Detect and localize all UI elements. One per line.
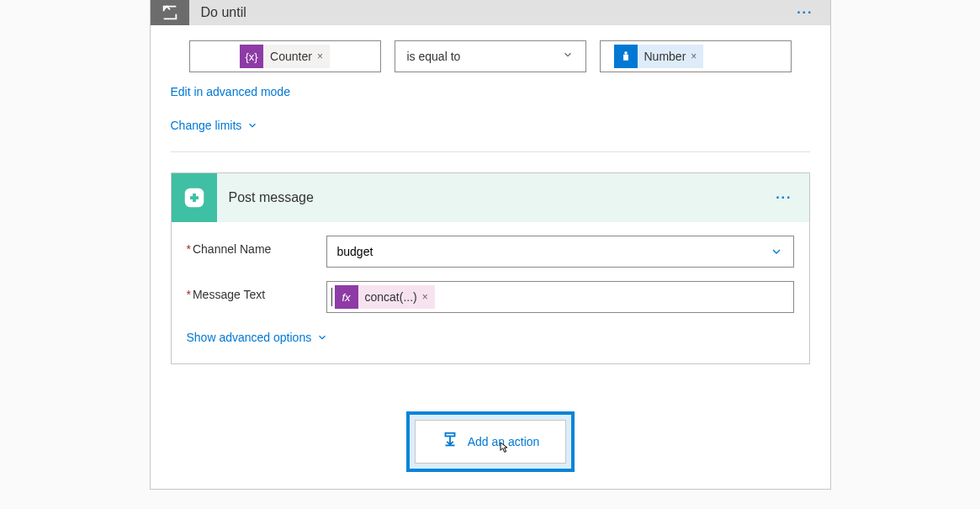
post-message-menu-button[interactable]: ··· (776, 190, 792, 205)
channel-name-row: *Channel Name budget (172, 222, 809, 268)
number-token[interactable]: Number × (614, 45, 704, 68)
do-until-icon (151, 0, 189, 25)
show-advanced-label: Show advanced options (187, 331, 312, 344)
do-until-title: Do until (201, 5, 246, 20)
channel-name-label: *Channel Name (187, 236, 326, 256)
add-action-icon (441, 431, 459, 453)
channel-name-value: budget (337, 245, 373, 258)
add-action-button[interactable]: Add an action (415, 420, 566, 464)
counter-token-label: Counter (270, 50, 312, 63)
fx-icon: fx (335, 285, 358, 309)
divider (171, 151, 810, 152)
condition-operator-select[interactable]: is equal to (395, 40, 586, 72)
remove-token-icon[interactable]: × (422, 291, 428, 303)
svg-rect-3 (445, 433, 454, 437)
do-until-card: Do until ··· {x} Counter × is equal to N… (150, 0, 831, 490)
message-text-input[interactable]: fx concat(...) × (326, 281, 794, 313)
chevron-down-icon (562, 49, 574, 64)
concat-token-label: concat(...) (365, 290, 417, 304)
counter-token[interactable]: {x} Counter × (240, 45, 330, 68)
do-until-header[interactable]: Do until ··· (151, 0, 830, 25)
concat-token[interactable]: fx concat(...) × (335, 285, 435, 309)
do-until-menu-button[interactable]: ··· (797, 5, 813, 20)
condition-left-input[interactable]: {x} Counter × (189, 40, 381, 72)
condition-row: {x} Counter × is equal to Number × (151, 25, 830, 72)
text-cursor (331, 288, 333, 306)
message-text-row: *Message Text fx concat(...) × (172, 268, 809, 313)
message-text-label: *Message Text (187, 281, 326, 301)
chevron-down-icon (770, 245, 783, 258)
operator-label: is equal to (407, 50, 461, 63)
post-message-card: Post message ··· *Channel Name budget *M… (171, 172, 810, 364)
number-token-label: Number (644, 50, 686, 63)
chevron-down-icon (316, 331, 328, 343)
channel-name-select[interactable]: budget (326, 236, 794, 268)
chevron-down-icon (246, 119, 258, 131)
post-message-header[interactable]: Post message ··· (172, 173, 809, 222)
variable-icon: {x} (240, 45, 263, 68)
change-limits-label: Change limits (171, 119, 242, 132)
remove-token-icon[interactable]: × (691, 50, 697, 62)
show-advanced-options-link[interactable]: Show advanced options (187, 331, 329, 344)
svg-rect-1 (625, 54, 626, 57)
add-action-highlight: Add an action (406, 411, 575, 472)
add-action-label: Add an action (468, 435, 540, 448)
input-icon (614, 45, 638, 68)
change-limits-link[interactable]: Change limits (171, 119, 259, 132)
edit-advanced-mode-link[interactable]: Edit in advanced mode (171, 85, 290, 98)
post-message-title: Post message (229, 190, 314, 205)
remove-token-icon[interactable]: × (317, 50, 323, 62)
svg-point-0 (624, 51, 627, 54)
condition-right-input[interactable]: Number × (600, 40, 792, 72)
add-action-container: Add an action (151, 383, 830, 489)
slack-icon (172, 173, 217, 222)
